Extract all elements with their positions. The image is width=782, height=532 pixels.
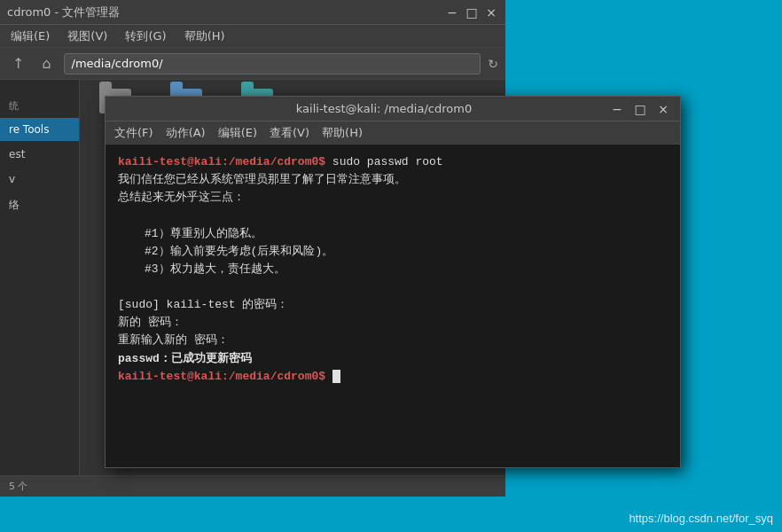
fm-sidebar: 统 re Tools est v 络 <box>0 80 80 475</box>
term-rule-2: #2）输入前要先考虑(后果和风险)。 <box>145 243 668 261</box>
term-close-btn[interactable]: × <box>655 101 671 117</box>
fm-sidebar-label-1: 统 <box>0 96 79 116</box>
term-menu-file[interactable]: 文件(F) <box>114 125 153 141</box>
term-body[interactable]: kaili-test@kali:/media/cdrom0$ sudo pass… <box>106 145 680 467</box>
term-menubar: 文件(F) 动作(A) 编辑(E) 查看(V) 帮助(H) <box>106 121 680 145</box>
term-rule-1: #1）尊重别人的隐私。 <box>145 225 668 243</box>
fm-menu-go[interactable]: 转到(G) <box>121 27 169 46</box>
term-menu-action[interactable]: 动作(A) <box>166 125 206 141</box>
term-cursor <box>332 370 340 383</box>
term-window-controls: − □ × <box>609 101 671 117</box>
fm-toolbar: ↑ ⌂ /media/cdrom0/ ↻ <box>0 48 505 80</box>
term-minimize-btn[interactable]: − <box>609 101 625 117</box>
term-maximize-btn[interactable]: □ <box>632 101 648 117</box>
fm-menu-edit[interactable]: 编辑(E) <box>7 27 53 46</box>
fm-minimize-btn[interactable]: − <box>445 5 459 20</box>
fm-back-btn[interactable]: ↑ <box>7 53 29 74</box>
fm-path-text: /media/cdrom0/ <box>72 57 163 70</box>
term-prompt-2: kaili-test@kali:/media/cdrom0$ <box>118 370 325 383</box>
fm-menu-help[interactable]: 帮助(H) <box>181 27 229 46</box>
term-sudo-prompt: [sudo] kaili-test 的密码： <box>118 296 668 314</box>
term-menu-help[interactable]: 帮助(H) <box>322 125 363 141</box>
term-line-command: kaili-test@kali:/media/cdrom0$ sudo pass… <box>118 153 668 171</box>
term-reenter-pass: 重新输入新的 密码： <box>118 332 668 349</box>
term-cmd-1: sudo passwd root <box>325 155 443 168</box>
term-prompt-1: kaili-test@kali:/media/cdrom0$ <box>118 155 325 168</box>
fm-path-bar[interactable]: /media/cdrom0/ <box>64 53 481 74</box>
sidebar-item-est[interactable]: est <box>0 143 79 166</box>
term-menu-edit[interactable]: 编辑(E) <box>218 125 257 141</box>
terminal-window: kaili-test@kali: /media/cdrom0 − □ × 文件(… <box>105 96 681 468</box>
watermark: https://blog.csdn.net/for_syq <box>629 512 773 525</box>
fm-menubar: 编辑(E) 视图(V) 转到(G) 帮助(H) <box>0 25 505 48</box>
term-titlebar: kaili-test@kali: /media/cdrom0 − □ × <box>106 97 680 121</box>
fm-home-btn[interactable]: ⌂ <box>36 53 56 74</box>
term-rule-3: #3）权力越大，责任越大。 <box>145 261 668 278</box>
fm-maximize-btn[interactable]: □ <box>465 5 479 20</box>
term-line-1: 我们信任您已经从系统管理员那里了解了日常注意事项。 <box>118 171 668 189</box>
term-line-prompt2: kaili-test@kali:/media/cdrom0$ <box>118 368 668 386</box>
term-title: kaili-test@kali: /media/cdrom0 <box>159 102 609 115</box>
term-line-2: 总结起来无外乎这三点： <box>118 189 668 207</box>
watermark-text: https://blog.csdn.net/for_syq <box>629 512 773 525</box>
term-new-pass: 新的 密码： <box>118 314 668 332</box>
fm-close-btn[interactable]: × <box>484 5 498 20</box>
sidebar-item-v[interactable]: v <box>0 168 79 191</box>
fm-window-controls: − □ × <box>445 5 498 20</box>
fm-menu-view[interactable]: 视图(V) <box>64 27 111 46</box>
term-menu-view[interactable]: 查看(V) <box>270 125 309 141</box>
term-success-msg: passwd：已成功更新密码 <box>118 350 668 368</box>
sidebar-item-retools[interactable]: re Tools <box>0 118 79 141</box>
fm-statusbar: 5 个 <box>0 475 505 497</box>
fm-title: cdrom0 - 文件管理器 <box>7 4 120 20</box>
fm-status-text: 5 个 <box>9 480 28 493</box>
fm-refresh-btn[interactable]: ↻ <box>488 57 498 71</box>
sidebar-item-network[interactable]: 络 <box>0 192 79 218</box>
fm-titlebar: cdrom0 - 文件管理器 − □ × <box>0 0 505 25</box>
